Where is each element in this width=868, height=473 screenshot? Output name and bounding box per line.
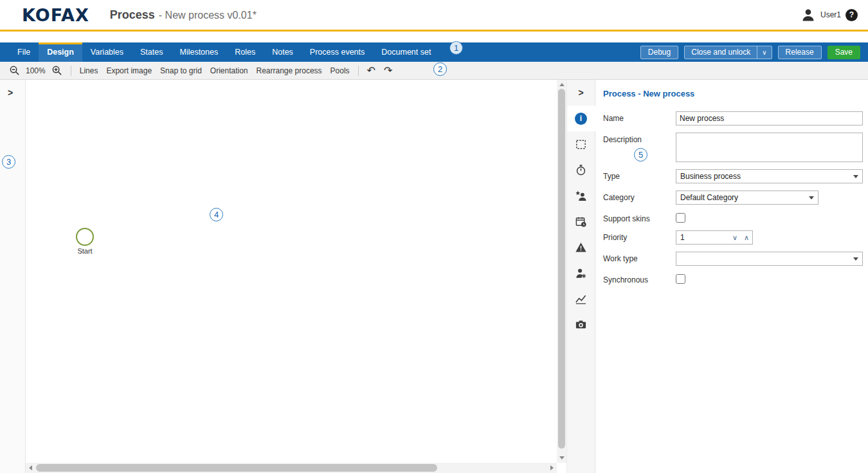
capture-settings-tab-icon[interactable] — [567, 311, 595, 337]
tab-roles[interactable]: Roles — [226, 42, 264, 62]
process-canvas[interactable]: Start — [26, 80, 557, 463]
info-tab-icon[interactable]: i — [567, 106, 595, 131]
priority-stepper[interactable]: 1 ∨ ∧ — [676, 230, 753, 245]
redo-icon[interactable]: ↷ — [384, 66, 392, 76]
type-select[interactable]: Business process — [676, 169, 863, 183]
priority-increase-icon[interactable]: ∧ — [741, 234, 752, 242]
panel-icon-strip: > i — [567, 80, 595, 473]
dropdown-arrow-icon — [853, 175, 858, 178]
menu-actions: Debug Close and unlock ∨ Release Save — [640, 42, 868, 62]
description-row: Description — [603, 133, 863, 162]
window-title: Process - New process v0.01* — [110, 8, 257, 22]
priority-row: Priority 1 ∨ ∧ — [603, 230, 863, 245]
priority-label: Priority — [603, 230, 676, 242]
kofax-logo: KOFAX — [22, 5, 89, 25]
synchronous-checkbox[interactable] — [676, 274, 685, 284]
description-input[interactable] — [676, 133, 863, 162]
app-header: KOFAX Process - New process v0.01* User1… — [0, 0, 868, 30]
scroll-up-icon[interactable] — [559, 83, 565, 86]
dropdown-arrow-icon — [853, 257, 858, 261]
close-and-unlock-button[interactable]: Close and unlock ∨ — [684, 46, 772, 59]
header-user-area: User1 ? — [800, 7, 858, 23]
start-node-circle[interactable] — [76, 228, 94, 246]
product-name: Process — [110, 8, 155, 22]
start-node-label: Start — [67, 247, 103, 255]
form-selection-tab-icon[interactable] — [567, 131, 595, 157]
description-label: Description — [603, 133, 676, 144]
help-icon[interactable]: ? — [845, 9, 858, 21]
collapse-panel-icon[interactable]: > — [578, 88, 583, 98]
analytics-tab-icon[interactable] — [567, 286, 595, 311]
user-avatar-icon — [800, 7, 816, 23]
category-row: Category Default Category — [603, 190, 863, 205]
close-and-unlock-label[interactable]: Close and unlock — [685, 46, 757, 59]
gold-divider — [0, 30, 868, 32]
toolbar-item-pools[interactable]: Pools — [330, 66, 350, 75]
support-skins-label: Support skins — [603, 212, 676, 223]
canvas-vertical-scrollbar[interactable] — [557, 80, 566, 463]
priority-decrease-icon[interactable]: ∨ — [729, 234, 741, 242]
type-row: Type Business process — [603, 169, 863, 183]
release-button[interactable]: Release — [778, 46, 822, 59]
tab-states[interactable]: States — [132, 42, 171, 62]
synchronous-row: Synchronous — [603, 273, 863, 284]
toolbar-item-rearrange-process[interactable]: Rearrange process — [257, 66, 322, 75]
type-select-value: Business process — [680, 172, 741, 181]
user-name: User1 — [820, 10, 841, 19]
name-input[interactable] — [676, 111, 863, 125]
toolbar-item-export-image[interactable]: Export image — [106, 66, 152, 75]
category-select[interactable]: Default Category — [676, 190, 818, 205]
work-type-label: Work type — [603, 252, 676, 263]
toolbar-item-snap-to-grid[interactable]: Snap to grid — [160, 66, 202, 75]
properties-panel: > i Process - New process — [566, 80, 868, 473]
document-title: - New process v0.01* — [159, 10, 257, 21]
left-panel-collapsed: > — [0, 80, 26, 473]
info-icon: i — [575, 113, 587, 125]
tab-document-set[interactable]: Document set — [373, 42, 439, 62]
menu-bar: File Design Variables States Milestones … — [0, 42, 868, 62]
tab-milestones[interactable]: Milestones — [171, 42, 226, 62]
type-label: Type — [603, 169, 676, 181]
canvas-horizontal-scrollbar[interactable] — [26, 463, 557, 473]
priority-value: 1 — [680, 233, 729, 242]
scroll-left-icon[interactable] — [29, 465, 32, 470]
zoom-level: 100% — [26, 66, 46, 75]
horizontal-scroll-thumb[interactable] — [36, 464, 437, 472]
toolbar-item-orientation[interactable]: Orientation — [210, 66, 248, 75]
toolbar-item-lines[interactable]: Lines — [80, 66, 98, 75]
work-type-row: Work type — [603, 252, 863, 266]
undo-icon[interactable]: ↶ — [367, 66, 375, 76]
vertical-scroll-thumb[interactable] — [558, 89, 565, 449]
name-row: Name — [603, 111, 863, 125]
tab-file[interactable]: File — [9, 42, 39, 62]
zoom-out-icon[interactable] — [9, 65, 20, 76]
scroll-down-icon[interactable] — [559, 456, 565, 459]
support-skins-checkbox[interactable] — [676, 213, 685, 223]
debug-button[interactable]: Debug — [640, 46, 678, 59]
design-toolbar: 100% Lines Export image Snap to grid Ori… — [0, 62, 868, 80]
toolbar-separator — [358, 66, 359, 76]
tab-design[interactable]: Design — [39, 42, 82, 62]
category-select-value: Default Category — [680, 193, 738, 202]
menu-tabs: File Design Variables States Milestones … — [0, 42, 439, 62]
save-button[interactable]: Save — [827, 46, 860, 59]
panel-content: Process - New process Name Description T… — [595, 80, 868, 473]
toolbar-separator — [71, 66, 71, 76]
zoom-in-icon[interactable] — [51, 65, 62, 76]
resources-tab-icon[interactable] — [567, 260, 595, 286]
expand-left-panel-icon[interactable]: > — [8, 88, 13, 98]
synchronous-label: Synchronous — [603, 273, 676, 284]
work-type-select[interactable] — [676, 252, 863, 266]
timer-tab-icon[interactable] — [567, 157, 595, 183]
tab-variables[interactable]: Variables — [82, 42, 132, 62]
close-and-unlock-chevron-icon[interactable]: ∨ — [757, 46, 771, 59]
scroll-right-icon[interactable] — [550, 465, 554, 470]
schedule-tab-icon[interactable] — [567, 209, 595, 234]
start-node[interactable]: Start — [67, 228, 103, 255]
exception-tab-icon[interactable] — [567, 234, 595, 260]
dropdown-arrow-icon — [809, 196, 814, 199]
tab-process-events[interactable]: Process events — [302, 42, 373, 62]
name-label: Name — [603, 111, 676, 123]
tab-notes[interactable]: Notes — [264, 42, 302, 62]
roles-tab-icon[interactable] — [567, 183, 595, 209]
